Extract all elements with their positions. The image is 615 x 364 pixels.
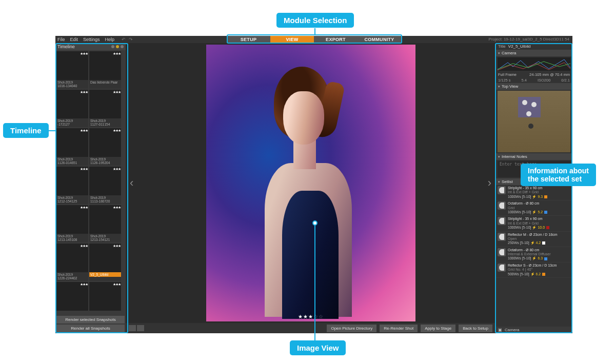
timeline-thumb[interactable]: ★★★Shot-20191127-011154 (89, 90, 121, 127)
timeline-thumb[interactable]: ★★★Shot-20191226-224402 (56, 244, 88, 281)
thumb-stars-icon: ★★★ (113, 167, 121, 171)
setitem-name: Striplight - 35 x 90 cm (508, 217, 570, 221)
histogram (498, 57, 570, 71)
setitem-name: Octaform - Ø 80 cm (508, 248, 570, 252)
setlist-item[interactable]: Reflector S - Ø 23cm / D 13cm Grid No. 4… (495, 262, 572, 278)
callout-timeline: Timeline (3, 123, 49, 138)
timeline-thumb[interactable]: ★★★Shot-2019-172127 (56, 90, 88, 127)
timeline-thumb[interactable]: ★★★Shot-20191126-014651 (56, 128, 88, 166)
thumb-stars-icon: ★★★ (80, 129, 88, 133)
menu-bar: File Edit Settings Help ↶ ↷ SETUP VIEW E… (55, 36, 572, 43)
thumb-caption: Das liebende Paar (89, 80, 121, 85)
view-grid-icon[interactable] (137, 325, 144, 331)
panel-min-icon[interactable] (111, 45, 114, 48)
setitem-power: 500Ws [5-10] ⚡ 6.2 (508, 272, 570, 276)
light-icon (498, 264, 506, 272)
timeline-thumb[interactable]: ★★★Shot-20191016-134040 (56, 51, 88, 89)
tab-setup[interactable]: SETUP (227, 36, 270, 43)
leader-dot (312, 220, 318, 226)
apply-stage-button[interactable]: Apply to Stage (421, 325, 455, 332)
viewer-footer: Open Picture Directory Re-Render Shot Ap… (126, 323, 495, 333)
iso: ISO200 (538, 78, 550, 83)
setitem-name: Octaform - Ø 80 cm (508, 201, 570, 206)
menu-help[interactable]: Help (105, 37, 115, 42)
callout-module: Module Selection (276, 13, 354, 28)
tab-view[interactable]: VIEW (270, 36, 314, 43)
thumb-stars-icon: ★★★ (80, 52, 88, 56)
redo-icon[interactable]: ↷ (129, 37, 133, 42)
camera-footer-label: Camera (505, 328, 519, 332)
setlist-item[interactable]: Reflector M - Ø 23cm / D 18cm Open 250Ws… (495, 232, 572, 247)
timeline-thumb[interactable]: ★★★Shot-20191212-154125 (56, 167, 88, 204)
timeline-thumb[interactable]: ★★★Shot-20191113-180720 (89, 167, 121, 204)
undo-icon[interactable]: ↶ (122, 37, 126, 42)
setitem-power: 1000Ws [5-10] ⚡ 9.3 (508, 195, 570, 199)
timeline-thumb[interactable]: ★★★Shot-20191213-145108 (56, 205, 88, 242)
camera-footer-icon[interactable]: ▣ (498, 328, 502, 332)
topview-section-head[interactable]: Top View (495, 83, 572, 90)
timeline-thumb[interactable]: ★★★Shot-20191213-154121 (89, 205, 121, 242)
setlist-item[interactable]: Octaform - Ø 80 cm Internal & External D… (495, 247, 572, 262)
setitem-name: Striplight - 35 x 90 cm (508, 186, 570, 190)
app-window: File Edit Settings Help ↶ ↷ SETUP VIEW E… (55, 36, 572, 333)
camera-section-head[interactable]: Camera (495, 50, 572, 56)
thumb-stars-icon: ★★★ (80, 244, 88, 248)
thumb-stars-icon: ★★★ (113, 206, 121, 210)
timeline-thumb[interactable]: ★★★ (89, 282, 121, 311)
notes-section-head[interactable]: Internal Notes (495, 153, 572, 160)
timeline-thumb[interactable]: ★★★ (56, 282, 88, 311)
timeline-thumb[interactable]: ★★★Shot-20191126-195204 (89, 128, 121, 166)
setitem-sub: Grid No. 4 | 40° (508, 268, 570, 272)
callout-imageview: Image View (290, 340, 346, 355)
setlist-item[interactable]: Striplight - 35 x 90 cm Int & Ext Diff +… (495, 185, 572, 200)
rating-stars[interactable]: ★★★☆☆ (298, 314, 324, 319)
sensor-format: Full Frame (498, 72, 517, 77)
back-setup-button[interactable]: Back to Setup (459, 325, 492, 332)
setitem-power: 1000Ws [5-10] ⚡ 6.3 (508, 256, 570, 260)
panel-close-icon[interactable] (121, 45, 124, 48)
setitem-sub: Int & Ext Diff + Grid (508, 221, 570, 226)
topview-diagram[interactable] (498, 91, 570, 152)
menu-file[interactable]: File (57, 37, 65, 42)
setitem-name: Reflector M - Ø 23cm / D 18cm (508, 233, 570, 237)
open-directory-button[interactable]: Open Picture Directory (327, 325, 376, 332)
light-icon (498, 186, 506, 194)
setlist-item[interactable]: Octaform - Ø 80 cm Grid 1000Ws [5-10] ⚡ … (495, 200, 572, 216)
tab-community[interactable]: COMMUNITY (358, 36, 401, 43)
next-arrow-icon[interactable]: › (488, 176, 491, 190)
thumb-caption: Shot-20191213-154121 (89, 234, 121, 242)
view-single-icon[interactable] (129, 325, 136, 331)
light-icon (498, 233, 506, 241)
thumb-stars-icon: ★★★ (113, 282, 121, 287)
thumb-caption: Shot-20191126-014651 (56, 157, 88, 166)
thumb-stars-icon: ★★★ (80, 167, 88, 171)
thumb-stars-icon: ★★★ (80, 90, 88, 94)
menu-edit[interactable]: Edit (70, 37, 78, 42)
thumb-stars-icon: ★★★ (113, 129, 121, 133)
light-icon (498, 201, 506, 210)
rerender-button[interactable]: Re-Render Shot (380, 325, 418, 332)
render-all-button[interactable]: Render all Snapshots (56, 325, 125, 332)
thumb-caption: Shot-20191213-145108 (56, 234, 88, 242)
tab-export[interactable]: EXPORT (314, 36, 358, 43)
thumb-stars-icon: ★★★ (113, 90, 121, 94)
render-selected-button[interactable]: Render selected Snapshots (56, 316, 125, 323)
timeline-thumb[interactable]: ★★★Das liebende Paar (89, 51, 121, 89)
shutter: 1/125 s (498, 78, 511, 83)
module-tabs: SETUP VIEW EXPORT COMMUNITY (227, 36, 401, 43)
setitem-power: 250Ws [5-10] ⚡ 4.2 (508, 241, 570, 245)
thumb-caption: Shot-20191226-224402 (56, 272, 88, 281)
main-image[interactable]: ★★★☆☆ (206, 45, 415, 321)
thumb-caption: Shot-20191113-180720 (89, 195, 121, 204)
timeline-panel: Timeline ★★★Shot-20191016-134040★★★Das l… (55, 43, 126, 333)
title-value: V2_5_UIbild (508, 44, 531, 49)
panel-pin-icon[interactable] (116, 45, 119, 48)
thumb-stars-icon: ★★★ (80, 282, 88, 287)
setlist-item[interactable]: Striplight - 35 x 90 cm Int & Ext Diff +… (495, 216, 572, 231)
menu-settings[interactable]: Settings (83, 37, 100, 42)
thumb-caption: Shot-20191126-195204 (89, 157, 121, 166)
prev-arrow-icon[interactable]: ‹ (130, 176, 133, 190)
thumb-stars-icon: ★★★ (80, 206, 88, 210)
info-panel: Title V2_5_UIbild Camera Full Frame 24-1… (495, 43, 572, 333)
timeline-thumb[interactable]: ★★★V2_5_UIbild (89, 244, 121, 281)
